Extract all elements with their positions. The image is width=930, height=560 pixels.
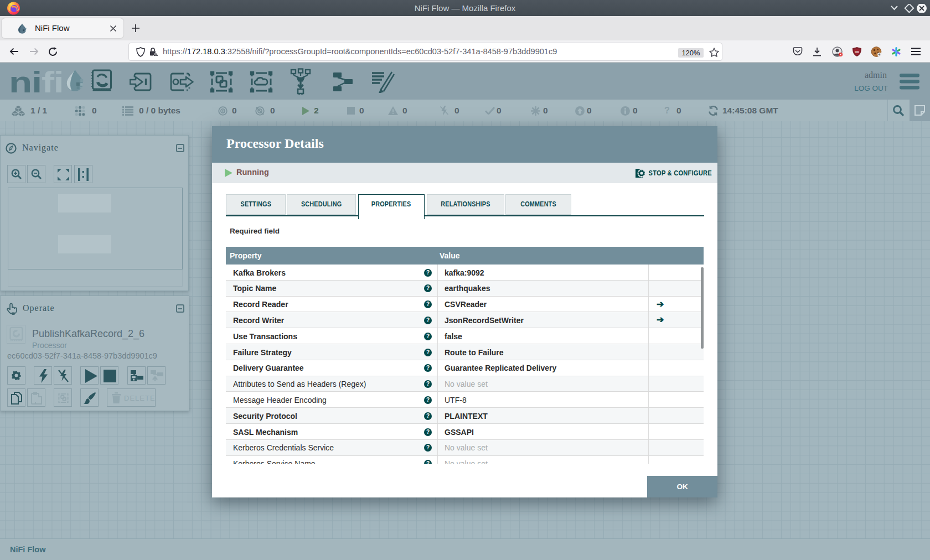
- svg-text:U0: U0: [855, 50, 859, 54]
